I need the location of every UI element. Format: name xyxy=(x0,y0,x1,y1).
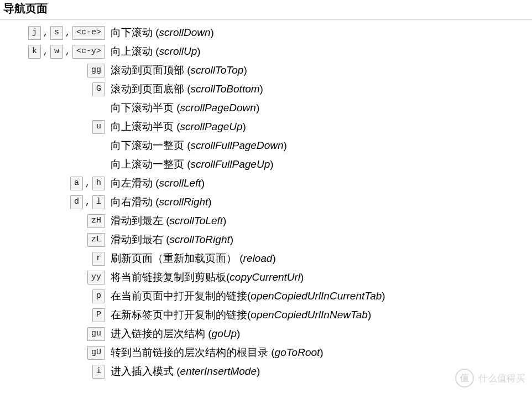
keyboard-key: h xyxy=(92,177,105,190)
paren-close: ) xyxy=(256,102,259,113)
shortcut-keys: i xyxy=(0,365,111,379)
paren-open: ( xyxy=(153,177,159,189)
paren-close: ) xyxy=(368,309,371,320)
shortcut-row: G滚动到页面底部 (scrollToBottom) xyxy=(0,80,532,99)
shortcut-keys: P xyxy=(0,308,111,322)
keyboard-key: zL xyxy=(87,233,105,247)
paren-open: ( xyxy=(153,27,159,38)
shortcut-label: 滑动到最右 xyxy=(111,234,163,245)
shortcut-description: 刷新页面（重新加载页面） (reload) xyxy=(111,251,276,266)
shortcut-row: gu进入链接的层次结构 (goUp) xyxy=(0,324,532,343)
paren-open: ( xyxy=(163,215,170,226)
shortcut-command: scrollPageDown xyxy=(180,102,256,113)
shortcut-command: goToRoot xyxy=(275,347,320,358)
paren-close: ) xyxy=(270,158,273,170)
section-heading: 导航页面 xyxy=(0,0,532,20)
shortcut-keys: yy xyxy=(0,271,111,285)
shortcut-row: a,h向左滑动 (scrollLeft) xyxy=(0,174,532,193)
paren-close: ) xyxy=(300,271,304,283)
shortcut-row: P在新标签页中打开复制的链接(openCopiedUrlInNewTab) xyxy=(0,306,532,324)
paren-open: ( xyxy=(174,102,180,113)
shortcut-label: 进入链接的层次结构 xyxy=(111,328,205,339)
paren-open: ( xyxy=(205,328,212,339)
shortcut-command: scrollToBottom xyxy=(191,83,260,95)
shortcut-description: 滚动到页面底部 (scrollToBottom) xyxy=(111,82,263,96)
paren-close: ) xyxy=(197,45,200,57)
shortcut-keys: p xyxy=(0,289,111,303)
paren-close: ) xyxy=(260,83,263,95)
shortcut-command: scrollFullPageUp xyxy=(191,158,270,170)
keyboard-key: gU xyxy=(87,346,105,360)
paren-close: ) xyxy=(284,139,287,151)
shortcut-command: scrollRight xyxy=(159,196,208,208)
shortcut-description: 向上滚动 (scrollUp) xyxy=(111,44,201,59)
paren-close: ) xyxy=(382,290,385,302)
shortcut-row: i进入插入模式 (enterInsertMode) xyxy=(0,362,532,381)
shortcut-row: r刷新页面（重新加载页面） (reload) xyxy=(0,249,532,268)
shortcut-label: 进入插入模式 xyxy=(111,365,174,377)
shortcut-description: 在当前页面中打开复制的链接(openCopiedUrlInCurrentTab) xyxy=(111,289,385,303)
keyboard-key: l xyxy=(92,195,105,209)
key-separator: , xyxy=(64,28,71,38)
key-separator: , xyxy=(42,47,49,56)
shortcut-keys: u xyxy=(0,120,111,134)
shortcut-description: 将当前链接复制到剪贴板(copyCurrentUrl) xyxy=(111,270,304,285)
shortcut-row: u向上滚动半页 (scrollPageUp) xyxy=(0,117,532,136)
shortcut-keys: zL xyxy=(0,233,111,247)
keyboard-key: i xyxy=(92,365,105,379)
shortcut-label: 在新标签页中打开复制的链接 xyxy=(111,309,247,320)
paren-open: ( xyxy=(237,252,243,264)
keyboard-key: gg xyxy=(87,64,105,77)
shortcut-keys: G xyxy=(0,82,111,96)
shortcut-description: 进入链接的层次结构 (goUp) xyxy=(111,327,240,341)
key-separator: , xyxy=(42,28,49,38)
shortcut-description: 向上滚动半页 (scrollPageUp) xyxy=(111,120,246,134)
paren-open: ( xyxy=(184,158,191,170)
shortcut-description: 向上滚动一整页 (scrollFullPageUp) xyxy=(111,157,274,172)
shortcut-command: scrollToRight xyxy=(170,234,230,245)
keyboard-key: zH xyxy=(87,214,105,228)
paren-open: ( xyxy=(174,121,180,132)
key-separator: , xyxy=(84,198,91,207)
shortcut-description: 向下滚动半页 (scrollPageDown) xyxy=(111,101,259,115)
keyboard-key: <c-y> xyxy=(72,45,105,59)
key-separator: , xyxy=(84,179,91,188)
shortcut-label: 向左滑动 xyxy=(111,177,153,189)
paren-open: ( xyxy=(268,347,275,358)
keyboard-key: k xyxy=(28,45,41,59)
paren-open: ( xyxy=(184,83,191,95)
shortcut-label: 向上滚动 xyxy=(111,45,153,57)
paren-close: ) xyxy=(201,177,205,189)
shortcut-row: 向下滚动一整页 (scrollFullPageDown) xyxy=(0,136,532,155)
keyboard-key: p xyxy=(92,289,105,303)
keyboard-key: P xyxy=(92,308,105,322)
paren-close: ) xyxy=(320,347,323,358)
paren-close: ) xyxy=(211,27,214,38)
shortcut-description: 在新标签页中打开复制的链接(openCopiedUrlInNewTab) xyxy=(111,308,371,322)
shortcut-row: j,s,<c-e>向下滚动 (scrollDown) xyxy=(0,23,532,42)
shortcut-keys: j,s,<c-e> xyxy=(0,26,111,40)
paren-close: ) xyxy=(243,64,247,76)
shortcut-keys: zH xyxy=(0,214,111,228)
shortcut-label: 转到当前链接的层次结构的根目录 xyxy=(111,347,268,358)
shortcut-keys: k,w,<c-y> xyxy=(0,45,111,59)
paren-close: ) xyxy=(237,328,240,339)
shortcut-label: 向下滚动半页 xyxy=(111,102,174,113)
shortcut-label: 刷新页面（重新加载页面） xyxy=(111,252,237,264)
paren-close: ) xyxy=(257,365,260,377)
shortcut-row: 向上滚动一整页 (scrollFullPageUp) xyxy=(0,155,532,174)
shortcut-command: scrollDown xyxy=(159,27,211,38)
shortcut-keys: gg xyxy=(0,64,111,77)
paren-close: ) xyxy=(243,121,246,132)
shortcut-list: j,s,<c-e>向下滚动 (scrollDown)k,w,<c-y>向上滚动 … xyxy=(0,20,532,381)
shortcut-label: 滚动到页面顶部 xyxy=(111,64,184,76)
shortcut-description: 滚动到页面顶部 (scrollToTop) xyxy=(111,63,247,77)
paren-close: ) xyxy=(272,252,275,264)
shortcut-description: 转到当前链接的层次结构的根目录 (goToRoot) xyxy=(111,345,324,360)
paren-open: ( xyxy=(184,64,191,76)
paren-open: ( xyxy=(163,234,170,245)
shortcut-row: gU转到当前链接的层次结构的根目录 (goToRoot) xyxy=(0,343,532,362)
keyboard-key: a xyxy=(70,177,83,190)
shortcut-label: 在当前页面中打开复制的链接 xyxy=(111,290,247,302)
shortcut-command: openCopiedUrlInCurrentTab xyxy=(251,290,382,302)
